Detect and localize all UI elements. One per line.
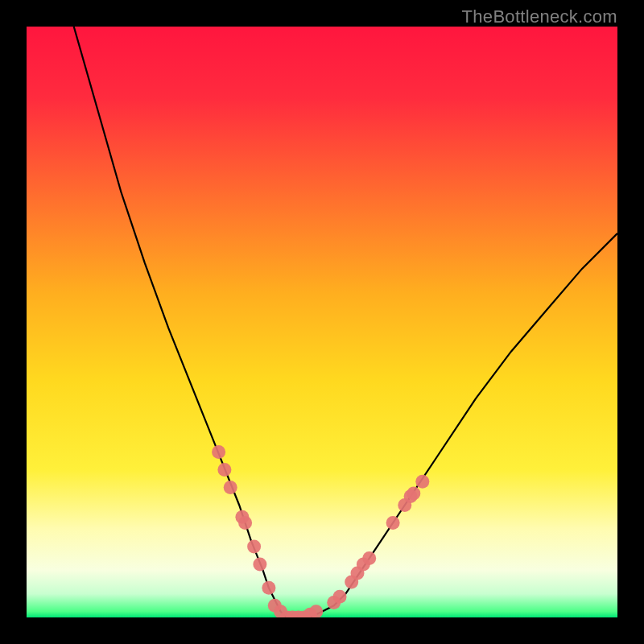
svg-point-2 — [224, 481, 237, 494]
svg-point-0 — [212, 445, 225, 459]
watermark-text: TheBottleneck.com — [462, 6, 617, 27]
chart-container: TheBottleneck.com — [0, 0, 644, 644]
svg-point-26 — [415, 475, 429, 489]
svg-point-17 — [333, 590, 347, 604]
gradient-background — [27, 27, 617, 617]
svg-point-25 — [407, 486, 420, 500]
svg-point-22 — [386, 516, 400, 530]
plot-area — [27, 27, 617, 617]
svg-point-1 — [217, 463, 231, 477]
svg-point-21 — [362, 551, 376, 565]
chart-svg — [27, 27, 617, 617]
svg-point-5 — [247, 539, 261, 553]
svg-point-7 — [262, 581, 275, 595]
svg-point-4 — [238, 516, 252, 530]
svg-point-6 — [253, 557, 266, 571]
